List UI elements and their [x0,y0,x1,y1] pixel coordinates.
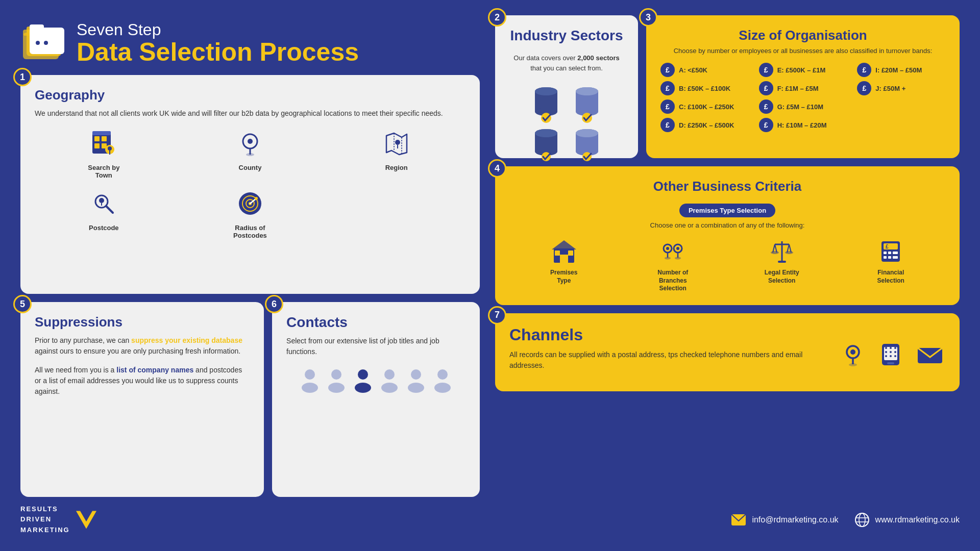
pound-h: £ [759,118,773,132]
svg-point-107 [894,347,896,349]
globe-icon [854,512,870,528]
svg-text:£: £ [886,244,889,249]
industry-card: 2 Industry Sectors Our data covers over … [495,15,638,158]
step1-badge: 1 [13,68,32,86]
premises-label: PremisesType [550,269,577,285]
pound-e: £ [759,63,773,77]
branches-label: Number ofBranchesSelection [657,269,688,293]
svg-point-61 [535,129,557,137]
financial-icon: £ [876,237,905,266]
geo-county: County [181,127,320,179]
channels-card: 7 Channels All records can be supplied w… [495,313,960,391]
contacts-icons [286,367,465,393]
size-h-label: H: £10M – £20M [777,121,827,129]
svg-rect-71 [555,251,560,256]
website-url: www.rdmarketing.co.uk [875,515,960,524]
svg-rect-11 [94,143,100,148]
geo-icons-grid: Search byTown County [35,127,465,239]
bottom-left-row: 5 Suppressions Prior to any purchase, we… [20,302,480,496]
branches-icon [658,237,687,266]
logo-line2: DRIVEN [20,514,70,525]
search-by-town-label: Search byTown [88,164,119,179]
size-f-label: F: £1M – £5M [777,85,819,92]
svg-point-112 [890,355,892,357]
legal-icon [768,237,796,266]
svg-point-66 [576,129,598,137]
svg-point-51 [535,87,557,95]
geo-postcode: Postcode [35,187,173,239]
header-title: Data Selection Process [77,39,359,65]
step5-badge: 5 [13,295,32,313]
channels-body: All records can be supplied with a posta… [509,349,824,371]
county-icon [234,127,266,160]
size-empty2 [857,118,945,132]
financial-label: FinancialSelection [877,269,904,285]
geography-body: We understand that not all clients work … [35,108,465,119]
svg-rect-9 [94,136,100,141]
legal-label: Legal EntitySelection [765,269,799,285]
criteria-branches: Number ofBranchesSelection [619,237,728,293]
pound-j: £ [857,81,871,95]
criteria-icons-row: PremisesType [509,237,945,293]
svg-point-105 [885,347,887,349]
svg-rect-114 [887,362,894,364]
svg-marker-116 [76,511,96,529]
size-card: 3 Size of Organisation Choose by number … [646,15,960,158]
size-grid: £ A: <£50K £ E: £500K – £1M £ I: £20M – … [660,63,945,132]
size-a-label: A: <£50K [679,66,707,74]
logo-area: RESULTS DRIVEN MARKETING [20,504,96,536]
size-c-label: C: £100K – £250K [679,103,734,111]
size-title: Size of Organisation [660,28,945,43]
svg-point-42 [384,369,395,380]
logo-text: RESULTS DRIVEN MARKETING [20,504,70,536]
geo-region: Region [327,127,465,179]
left-column: 1 Geography We understand that not all c… [20,75,490,497]
svg-point-44 [411,369,421,380]
company-names-highlight: list of company names [116,366,193,374]
size-g-label: G: £5M – £10M [777,103,823,111]
right-column: 2 Industry Sectors Our data covers over … [490,15,960,497]
svg-rect-89 [778,261,786,263]
svg-line-29 [106,206,113,213]
svg-point-100 [850,349,855,355]
other-business-title: Other Business Criteria [509,179,945,194]
contacts-card: 6 Contacts Select from our extensive lis… [272,302,480,496]
step4-badge: 4 [488,159,506,178]
svg-point-27 [99,198,104,203]
pound-i: £ [857,63,871,77]
footer: RESULTS DRIVEN MARKETING info@rdmarketin… [20,497,960,536]
svg-rect-97 [888,256,891,259]
svg-point-88 [785,251,793,254]
size-d-label: D: £250K – £500K [679,121,734,129]
geo-search-by-town: Search byTown [35,127,173,179]
folder-icon-group [20,22,66,63]
svg-point-7 [44,41,48,45]
size-g: £ G: £5M – £10M [759,99,847,114]
header: Seven Step Data Selection Process [20,15,490,75]
svg-rect-5 [30,24,44,31]
size-e-label: E: £500K – £1M [777,66,826,74]
svg-point-108 [885,351,887,353]
svg-point-39 [328,383,345,393]
county-label: County [239,164,262,171]
svg-point-77 [676,247,679,250]
svg-point-119 [859,513,865,527]
svg-point-106 [890,347,892,349]
svg-point-80 [675,257,681,260]
pound-c: £ [660,99,675,114]
svg-point-79 [665,257,671,260]
svg-point-118 [855,513,869,527]
svg-point-38 [331,369,341,380]
suppressions-body1: Prior to any purchase, we can suppress y… [35,335,250,357]
svg-point-15 [108,146,112,151]
postcode-icon [87,187,120,220]
db-icons-row2 [531,126,602,162]
svg-point-85 [771,251,779,254]
other-business-card: 4 Other Business Criteria Premises Type … [495,166,960,305]
svg-point-40 [358,369,368,380]
svg-rect-95 [893,252,898,254]
channels-icons [839,341,945,368]
svg-rect-13 [92,131,111,135]
contacts-title: Contacts [286,314,465,331]
pound-d: £ [660,118,675,132]
